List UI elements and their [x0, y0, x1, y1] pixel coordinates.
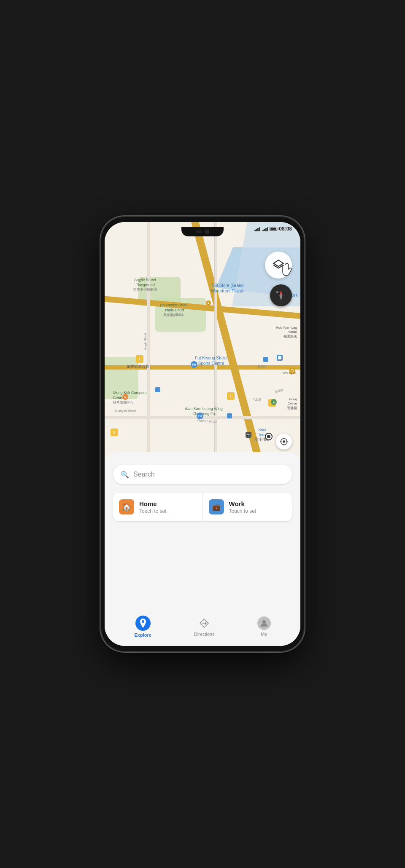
search-bar[interactable]: 🔍 Search	[113, 465, 292, 484]
road-badge-2: 1	[227, 392, 235, 400]
signal-bar	[256, 229, 257, 231]
wu-hu-street-label: 無湖街	[258, 364, 267, 369]
me-icon	[257, 616, 271, 630]
map-poi-icon-1	[277, 355, 283, 361]
location-dot-inner	[267, 435, 270, 438]
map-area[interactable]: Nathan Road 1 1 5 5 Argyle StreetPlaygro…	[105, 222, 300, 462]
signal-bar	[257, 228, 259, 231]
nav-explore[interactable]: Explore	[134, 616, 151, 638]
svg-point-11	[142, 620, 144, 623]
home-sublabel: Touch to set	[139, 508, 167, 514]
wan-kam-label: Wan Kam Leung WingChu Kung Fu	[185, 407, 223, 416]
bus-stop-3	[227, 413, 232, 418]
svg-text:N: N	[276, 290, 278, 293]
wan-feng-label: 萬豐家居百貨	[127, 364, 149, 370]
clock: 08:08	[279, 226, 292, 232]
signal-group	[254, 226, 268, 231]
bus-stop-2	[155, 387, 160, 392]
search-placeholder-text: Search	[133, 471, 155, 478]
store-759-label: 759 Store (GrandWaterfront Plaza)	[211, 283, 243, 294]
mong-kok-label: Mong Kok ComputerCentre旺角電腦中心	[113, 391, 148, 405]
svg-point-6	[283, 440, 285, 443]
battery-icon	[270, 227, 277, 231]
battery-fill	[270, 228, 276, 230]
princess-margaret-road-label: 公主道	[252, 397, 262, 402]
home-text: Home Touch to set	[139, 500, 167, 514]
notch	[181, 227, 224, 236]
hong-coliseum-label: HongColise香港體	[287, 397, 297, 410]
bus-stop-1	[263, 357, 268, 362]
road-badge-5b: 5	[111, 429, 118, 436]
shanghai-street-label: Shanghai Street	[115, 409, 136, 412]
location-button[interactable]	[276, 434, 292, 450]
phone-screen: 08:08	[105, 222, 300, 646]
signal-bar	[267, 227, 268, 231]
location-dot-container	[265, 433, 273, 440]
work-text: Work Touch to set	[229, 500, 256, 514]
compass-svg: N	[274, 289, 288, 302]
work-sublabel: Touch to set	[229, 508, 256, 514]
compass[interactable]: N	[270, 284, 292, 306]
mk-icon: M	[122, 394, 128, 400]
poi-icon-museum: ■	[206, 300, 211, 305]
work-shortcut[interactable]: 💼 Work Touch to set	[202, 493, 292, 521]
directions-label: Directions	[194, 632, 215, 637]
fat-kwong-label: Fat Kwong StreetSports Centre	[195, 355, 227, 366]
home-icon: 🏠	[119, 499, 134, 514]
bottom-nav: Explore Directions	[105, 616, 300, 638]
notch-camera	[205, 230, 209, 234]
shortcuts-row: 🏠 Home Touch to set 💼 Work Touch to set	[113, 493, 292, 521]
person-icon	[260, 619, 268, 627]
nav-me[interactable]: Me	[257, 616, 271, 637]
notch-sensor	[196, 230, 202, 233]
hok-yuen-label: Hok Yuen LagVerde鶴園海逸	[276, 326, 297, 339]
road-vertical-2	[214, 222, 217, 462]
home-shortcut[interactable]: 🏠 Home Touch to set	[113, 493, 202, 521]
road-vertical-1	[147, 222, 150, 462]
signal-bar	[265, 228, 267, 231]
signal-bar	[262, 230, 264, 231]
wan-kam-icon: FH	[197, 413, 203, 419]
explore-label: Explore	[134, 632, 151, 638]
map-icon-sports: FH	[191, 361, 197, 368]
argyle-street-label: Argyle Street	[144, 333, 147, 350]
signal-bar	[254, 230, 256, 231]
location-icon	[279, 437, 289, 446]
location-dot	[265, 433, 273, 440]
tin-kwong-label: Tin Kwong RoadTennis Court天光道網球場	[159, 303, 187, 318]
directions-icon-container	[197, 616, 211, 630]
work-icon: 💼	[209, 499, 224, 514]
signal-bar	[264, 229, 265, 231]
phone-frame: 08:08	[101, 217, 304, 651]
search-icon: 🔍	[121, 471, 129, 479]
pin-icon	[139, 619, 147, 628]
label-123: 123 by El	[282, 371, 296, 375]
directions-icon	[198, 617, 210, 629]
signal-bars-2	[262, 226, 268, 231]
home-label: Home	[139, 500, 167, 507]
signal-bars-1	[254, 226, 260, 231]
coliseum-icon: ●	[271, 399, 277, 405]
hand-cursor-svg	[281, 263, 294, 278]
map-poi-inner	[278, 356, 281, 359]
me-label: Me	[261, 632, 267, 637]
signal-bar	[259, 227, 260, 231]
work-label: Work	[229, 500, 256, 507]
nav-directions[interactable]: Directions	[194, 616, 215, 637]
road-badge-1: 1	[136, 355, 143, 363]
explore-icon	[135, 616, 151, 631]
argyle-playground-label: Argyle StreetPlayground亞皆老街遊樂場	[133, 278, 157, 292]
knut-camera-icon: 📷	[246, 432, 251, 438]
cursor-hand	[281, 263, 294, 280]
svg-point-12	[262, 620, 266, 624]
status-right: 08:08	[254, 226, 292, 232]
bottom-sheet: 🔍 Search 🏠 Home Touch to set 💼 Work Tou	[105, 452, 300, 646]
